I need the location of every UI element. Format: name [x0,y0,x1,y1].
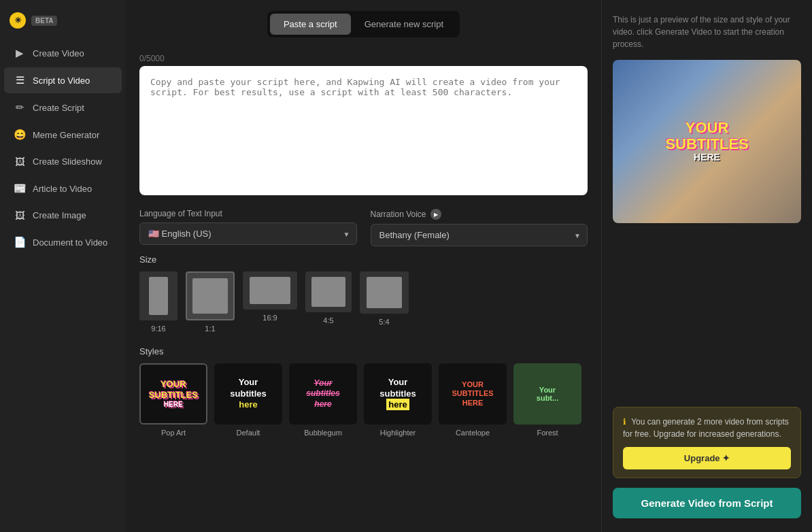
info-icon: ℹ [623,417,626,427]
meme-icon: 😄 [14,129,26,141]
styles-label: Styles [139,346,588,356]
sidebar-item-create-image[interactable]: 🖼 Create Image [4,203,122,228]
size-options: 9:16 1:1 16:9 4:5 5:4 [139,271,588,333]
size-option-1-1[interactable]: 1:1 [186,271,235,333]
highlighter-text: Yoursubtitleshere [379,377,416,412]
popart-here: HERE [149,401,198,409]
sidebar-item-label: Create Image [33,210,86,220]
style-preview-default: Yoursubtitleshere [214,363,282,425]
style-option-highlighter[interactable]: Yoursubtitleshere Highlighter [364,363,432,437]
upgrade-button[interactable]: Upgrade ✦ [623,447,791,469]
size-label-16-9: 16:9 [263,314,277,322]
cantelope-text: YOURSUBTITLESHERE [452,380,493,408]
sidebar-item-label: Document to Video [33,237,107,248]
generate-video-button[interactable]: Generate Video from Script [613,488,801,518]
size-inner-1-1 [192,278,228,314]
narration-label: Narration Voice ▶ [371,209,588,220]
sidebar-item-meme-generator[interactable]: 😄 Meme Generator [4,122,122,148]
image-icon: 🖼 [14,210,26,221]
size-label-5-4: 5:4 [379,318,389,326]
sidebar-item-create-slideshow[interactable]: 🖼 Create Slideshow [4,149,122,174]
style-label-cantelope: Cantelope [456,429,490,437]
size-option-5-4[interactable]: 5:4 [360,271,409,333]
tab-paste-script[interactable]: Paste a script [270,14,351,35]
style-option-default[interactable]: Yoursubtitleshere Default [214,363,282,437]
size-inner-9-16 [149,277,168,315]
style-label-pop-art: Pop Art [161,429,186,437]
script-icon: ☰ [14,74,26,86]
style-preview-cantelope: YOURSUBTITLESHERE [439,363,507,425]
style-preview-highlighter: Yoursubtitleshere [364,363,432,425]
narration-select-wrapper: Bethany (Female) [371,224,588,246]
language-label: Language of Text Input [139,209,357,218]
size-label-1-1: 1:1 [205,325,215,333]
preview-info: This is just a preview of the size and s… [613,14,801,50]
main-content: Paste a script Generate new script 0/500… [126,0,601,532]
style-preview-forest: Yoursubt... [513,363,581,425]
size-label-4-5: 4:5 [323,316,333,325]
sidebar-item-create-video[interactable]: ▶ Create Video [4,40,122,66]
size-inner-5-4 [367,277,402,308]
popart-text: YOURSUBTITLES HERE [149,379,198,408]
preview-subtitle: YOUR SUBTITLES HERE [665,120,748,163]
script-input[interactable] [139,66,588,195]
sidebar-item-document-to-video[interactable]: 📄 Document to Video [4,229,122,255]
slideshow-icon: 🖼 [14,156,26,167]
size-box-16-9 [243,271,297,310]
size-inner-4-5 [311,277,345,307]
logo-icon: ☀ [10,12,26,29]
size-box-1-1 [186,271,235,320]
highlighter-mark: here [386,399,409,410]
narration-select[interactable]: Bethany (Female) [371,224,588,246]
size-label: Size [139,254,588,265]
style-label-forest: Forest [537,429,558,437]
default-text: Yoursubtitleshere [230,377,266,412]
sidebar-item-label: Create Video [33,48,84,59]
size-box-4-5 [305,271,352,312]
style-option-pop-art[interactable]: YOURSUBTITLES HERE Pop Art [139,363,207,437]
styles-grid: YOURSUBTITLES HERE Pop Art Yoursubtitles… [139,363,588,437]
sidebar-item-label: Create Slideshow [33,156,102,167]
settings-row: Language of Text Input 🇺🇸 English (US) N… [139,209,588,246]
style-label-default: Default [237,429,260,437]
style-preview-pop-art: YOURSUBTITLES HERE [139,363,207,425]
preview-subtitle-text: YOUR SUBTITLES HERE [665,120,748,163]
size-option-9-16[interactable]: 9:16 [139,271,177,333]
forest-text: Yoursubt... [537,386,558,402]
language-select-wrapper: 🇺🇸 English (US) [139,222,357,245]
article-icon: 📰 [14,182,26,195]
bubblegum-text: Yoursubtitleshere [306,378,339,410]
preview-subtitle-here: HERE [665,152,748,163]
char-count: 0/5000 [139,54,588,63]
right-panel: This is just a preview of the size and s… [601,0,812,532]
logo-area: ☀ BETA [0,7,126,39]
style-option-forest[interactable]: Yoursubt... Forest [513,363,581,437]
beta-badge: BETA [31,16,57,26]
sidebar-item-article-to-video[interactable]: 📰 Article to Video [4,176,122,201]
sidebar-item-create-script[interactable]: ✏ Create Script [4,95,122,120]
tab-generate-new-script[interactable]: Generate new script [351,14,457,35]
style-option-bubblegum[interactable]: Yoursubtitleshere Bubblegum [289,363,357,437]
language-col: Language of Text Input 🇺🇸 English (US) [139,209,357,246]
sidebar-item-label: Article to Video [33,184,92,194]
sidebar: ☀ BETA ▶ Create Video ☰ Script to Video … [0,0,126,532]
style-option-cantelope[interactable]: YOURSUBTITLESHERE Cantelope [439,363,507,437]
language-select[interactable]: 🇺🇸 English (US) [139,222,357,245]
style-preview-bubblegum: Yoursubtitleshere [289,363,357,425]
preview-thumbnail: YOUR SUBTITLES HERE [613,60,801,223]
default-here: here [239,399,257,410]
size-option-16-9[interactable]: 16:9 [243,271,297,333]
style-label-highlighter: Highlighter [380,429,416,437]
size-option-4-5[interactable]: 4:5 [305,271,352,333]
document-icon: 📄 [14,236,26,248]
sidebar-item-label: Script to Video [33,76,90,86]
narration-col: Narration Voice ▶ Bethany (Female) [371,209,588,246]
size-inner-16-9 [250,277,290,304]
sidebar-item-script-to-video[interactable]: ☰ Script to Video [4,67,122,93]
sidebar-item-label: Create Script [33,103,84,113]
script-tabs: Paste a script Generate new script [267,11,460,37]
style-label-bubblegum: Bubblegum [304,429,342,437]
play-icon[interactable]: ▶ [430,209,441,220]
size-box-9-16 [139,271,177,320]
sidebar-item-label: Meme Generator [33,130,99,140]
